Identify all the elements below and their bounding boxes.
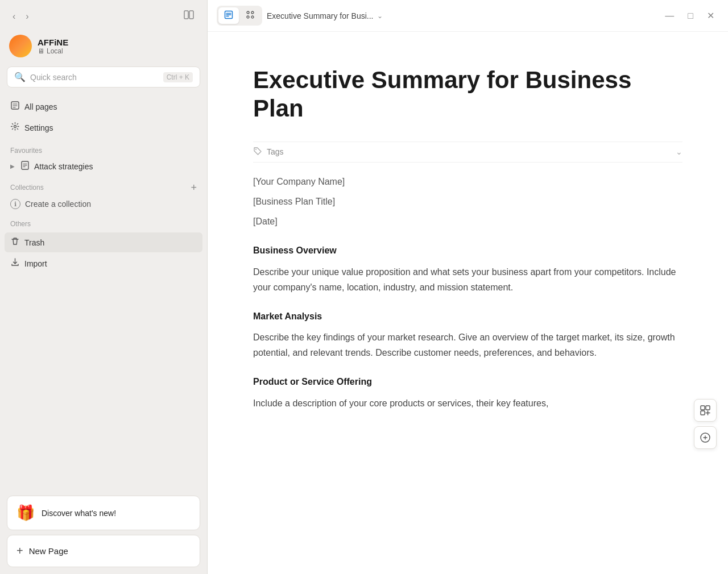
gift-icon: 🎁: [16, 504, 35, 522]
comment-button[interactable]: [694, 426, 717, 449]
info-icon: ℹ: [10, 199, 20, 209]
sidebar-toggle-button[interactable]: [180, 7, 198, 26]
chevron-right-icon: ▶: [10, 163, 15, 169]
svg-rect-21: [706, 406, 710, 410]
attack-strategies-label: Attack strategies: [34, 162, 93, 171]
tags-row[interactable]: Tags ⌄: [253, 142, 682, 163]
svg-rect-1: [189, 11, 193, 19]
discover-banner[interactable]: 🎁 Discover what's new!: [7, 496, 200, 530]
placeholder-date: [Date]: [253, 214, 682, 229]
favourites-label: Favourites: [0, 140, 207, 157]
add-collection-button[interactable]: +: [189, 182, 198, 193]
all-pages-label: All pages: [24, 102, 57, 111]
svg-rect-20: [701, 406, 705, 410]
sidebar-top-bar: ‹ ›: [0, 0, 207, 30]
doc-content: Executive Summary for Business Plan Tags…: [208, 32, 728, 574]
floating-toolbar: [694, 399, 717, 449]
search-icon: 🔍: [14, 72, 26, 82]
sidebar-item-all-pages[interactable]: All pages: [5, 97, 202, 117]
doc-body: [Your Company Name] [Business Plan Title…: [253, 174, 682, 411]
tags-label: Tags: [253, 147, 284, 157]
workspace-type: 🖥 Local: [38, 47, 68, 55]
titlebar-right: — □ ✕: [660, 8, 719, 23]
sidebar-bottom: 🎁 Discover what's new! + New Page: [0, 489, 207, 574]
sidebar-nav: All pages Settings: [0, 94, 207, 140]
svg-point-6: [14, 126, 16, 128]
import-label: Import: [24, 259, 47, 268]
workspace-name: AFFiNE: [38, 38, 68, 47]
search-shortcut: Ctrl + K: [163, 72, 193, 82]
section-heading-market-analysis: Market Analysis: [253, 309, 682, 324]
titlebar: Executive Summary for Busi... ⌄ — □ ✕: [208, 0, 728, 32]
create-collection-label: Create a collection: [25, 199, 91, 209]
new-page-button[interactable]: + New Page: [7, 535, 200, 567]
titlebar-left: Executive Summary for Busi... ⌄: [217, 6, 383, 26]
svg-point-19: [255, 149, 257, 150]
grid-add-button[interactable]: [694, 399, 717, 422]
window-close-button[interactable]: ✕: [702, 8, 719, 23]
main-area: Executive Summary for Busi... ⌄ — □ ✕ Ex…: [208, 0, 728, 574]
plus-icon: +: [16, 544, 23, 558]
trash-icon: [10, 236, 20, 248]
navigation-arrows: ‹ ›: [9, 9, 32, 24]
svg-rect-0: [184, 11, 188, 19]
page-doc-icon: [20, 161, 30, 172]
nav-back-button[interactable]: ‹: [9, 9, 19, 24]
settings-label: Settings: [24, 123, 53, 132]
create-collection-item[interactable]: ℹ Create a collection: [0, 195, 207, 213]
svg-point-15: [247, 11, 249, 14]
trash-label: Trash: [24, 238, 44, 247]
tags-text: Tags: [267, 147, 284, 156]
others-nav: Trash Import: [0, 230, 207, 276]
import-icon: [10, 257, 20, 269]
placeholder-company: [Your Company Name]: [253, 174, 682, 189]
window-maximize-button[interactable]: □: [683, 9, 698, 23]
section-heading-product-offering: Product or Service Offering: [253, 374, 682, 389]
discover-label: Discover what's new!: [42, 509, 116, 518]
collections-label: Collections: [10, 184, 44, 192]
doc-title: Executive Summary for Business Plan: [253, 66, 682, 123]
workspace-avatar: [9, 35, 32, 57]
edgeless-view-button[interactable]: [240, 7, 260, 24]
section-text-market-analysis: Describe the key findings of your market…: [253, 330, 682, 360]
view-toggle: [217, 6, 262, 26]
sidebar-item-import[interactable]: Import: [5, 253, 202, 273]
sidebar-item-trash[interactable]: Trash: [5, 232, 202, 252]
collections-header: Collections +: [0, 176, 207, 195]
settings-icon: [10, 122, 20, 134]
new-page-label: New Page: [29, 546, 68, 556]
svg-point-18: [251, 16, 254, 18]
doc-view-button[interactable]: [218, 7, 239, 24]
title-chevron-down-icon[interactable]: ⌄: [377, 12, 383, 20]
workspace-name-block: AFFiNE 🖥 Local: [38, 38, 68, 55]
tags-chevron-down-icon: ⌄: [676, 147, 682, 156]
svg-rect-22: [701, 411, 705, 415]
sidebar: ‹ › AFFiNE 🖥 Local 🔍 Quick search Ctrl +…: [0, 0, 208, 574]
doc-title-bar: Executive Summary for Busi... ⌄: [267, 11, 383, 20]
placeholder-plan-title: [Business Plan Title]: [253, 194, 682, 209]
section-heading-business-overview: Business Overview: [253, 243, 682, 258]
window-minimize-button[interactable]: —: [660, 9, 679, 23]
svg-point-17: [247, 16, 249, 18]
monitor-icon: 🖥: [38, 47, 44, 55]
search-placeholder: Quick search: [30, 73, 159, 82]
section-text-business-overview: Describe your unique value proposition a…: [253, 264, 682, 295]
sidebar-item-settings[interactable]: Settings: [5, 118, 202, 138]
sidebar-item-attack-strategies[interactable]: ▶ Attack strategies: [0, 157, 207, 176]
all-pages-icon: [10, 101, 20, 113]
quick-search-bar[interactable]: 🔍 Quick search Ctrl + K: [7, 66, 200, 88]
nav-forward-button[interactable]: ›: [22, 9, 32, 24]
workspace-info[interactable]: AFFiNE 🖥 Local: [0, 30, 207, 64]
doc-title-text: Executive Summary for Busi...: [267, 11, 374, 20]
others-label: Others: [0, 213, 207, 230]
section-text-product-offering: Include a description of your core produ…: [253, 396, 682, 411]
svg-point-16: [251, 11, 254, 14]
tag-icon: [253, 147, 262, 157]
